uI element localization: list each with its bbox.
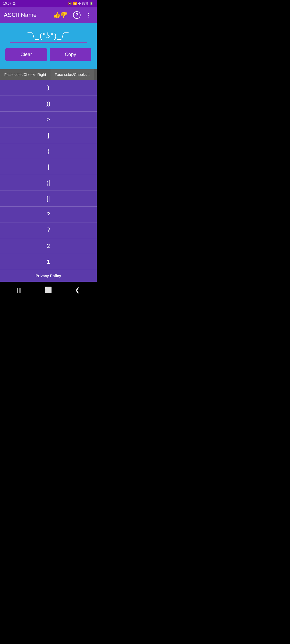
blocked-icon: ⊘ xyxy=(78,2,81,5)
list-item[interactable]: ? xyxy=(0,207,97,222)
list-item[interactable]: ʔ xyxy=(0,222,97,238)
battery-icon: 🔋 xyxy=(89,2,93,5)
clear-button[interactable]: Clear xyxy=(5,48,47,61)
list-item[interactable]: ]| xyxy=(0,191,97,207)
nav-back-button[interactable]: ❮ xyxy=(71,284,84,296)
gallery-icon: 🖼 xyxy=(12,2,16,5)
list-item-symbol: } xyxy=(47,148,49,154)
list-item[interactable]: 1 xyxy=(0,254,97,270)
help-button[interactable]: ? xyxy=(71,10,82,20)
app-title: ASCII Name xyxy=(4,12,49,19)
thumbs-button[interactable]: 👍 👎 xyxy=(52,10,69,20)
help-icon: ? xyxy=(73,11,81,19)
mute-icon: 🔇 xyxy=(68,2,72,5)
thumb-up-icon: 👍 xyxy=(53,12,60,19)
list-item-symbol: )) xyxy=(46,100,50,107)
status-right: 🔇 📶 ⊘ 87% 🔋 xyxy=(68,2,93,5)
list-item[interactable]: 2 xyxy=(0,238,97,254)
tab-cheeks-right[interactable]: Face sides/Cheeks Right xyxy=(0,69,50,80)
nav-home-button[interactable]: ⬜ xyxy=(40,284,56,296)
tab-cheeks-right-label: Face sides/Cheeks Right xyxy=(4,72,46,77)
tab-cheeks-left-label: Face sides/Cheeks L xyxy=(55,72,90,77)
thumb-down-icon: 👎 xyxy=(60,12,68,19)
list-section: ) )) > ] } | )| ]| ? ʔ 2 1 xyxy=(0,80,97,270)
recent-apps-icon: ||| xyxy=(17,287,21,293)
list-item-symbol: 1 xyxy=(47,258,50,265)
footer[interactable]: Privacy Policy xyxy=(0,270,97,282)
ascii-display: ¯\_(°ʖ°)_/¯ xyxy=(5,31,91,40)
nav-bar: ||| ⬜ ❮ xyxy=(0,282,97,298)
list-item[interactable]: )| xyxy=(0,175,97,191)
more-icon: ⋮ xyxy=(86,12,91,18)
list-item-symbol: 2 xyxy=(47,243,50,249)
list-item[interactable]: ] xyxy=(0,127,97,143)
list-item[interactable]: )) xyxy=(0,96,97,112)
list-item-symbol: ]| xyxy=(47,195,50,202)
list-item-symbol: ) xyxy=(47,84,49,91)
list-item-symbol: ] xyxy=(48,132,49,138)
menu-button[interactable]: ⋮ xyxy=(84,10,93,20)
status-bar: 10:57 🖼 🔇 📶 ⊘ 87% 🔋 xyxy=(0,0,97,7)
home-icon: ⬜ xyxy=(45,287,52,293)
list-item-symbol: > xyxy=(47,116,50,123)
list-item-symbol: ? xyxy=(47,211,50,218)
list-item-symbol: ʔ xyxy=(47,227,50,233)
battery-label: 87% xyxy=(82,2,88,5)
input-section: ¯\_(°ʖ°)_/¯ Clear Copy xyxy=(0,23,97,69)
button-row: Clear Copy xyxy=(5,48,91,61)
status-left: 10:57 🖼 xyxy=(3,2,16,5)
tab-cheeks-left[interactable]: Face sides/Cheeks L xyxy=(50,69,94,80)
category-tabs: Face sides/Cheeks Right Face sides/Cheek… xyxy=(0,69,97,80)
list-item[interactable]: > xyxy=(0,112,97,127)
privacy-policy-label: Privacy Policy xyxy=(36,274,61,278)
list-item[interactable]: } xyxy=(0,143,97,159)
input-underline xyxy=(10,42,87,43)
back-icon: ❮ xyxy=(75,287,80,293)
list-item-symbol: )| xyxy=(46,179,50,186)
wifi-icon: 📶 xyxy=(73,2,77,5)
list-item[interactable]: ) xyxy=(0,80,97,96)
app-bar-actions: 👍 👎 ? ⋮ xyxy=(52,10,93,20)
nav-recent-button[interactable]: ||| xyxy=(13,284,26,296)
ascii-text: ¯\_(°ʖ°)_/¯ xyxy=(28,31,69,40)
list-item-symbol: | xyxy=(48,163,49,170)
app-bar: ASCII Name 👍 👎 ? ⋮ xyxy=(0,7,97,23)
list-item[interactable]: | xyxy=(0,159,97,175)
copy-button[interactable]: Copy xyxy=(50,48,91,61)
status-time: 10:57 xyxy=(3,2,11,5)
